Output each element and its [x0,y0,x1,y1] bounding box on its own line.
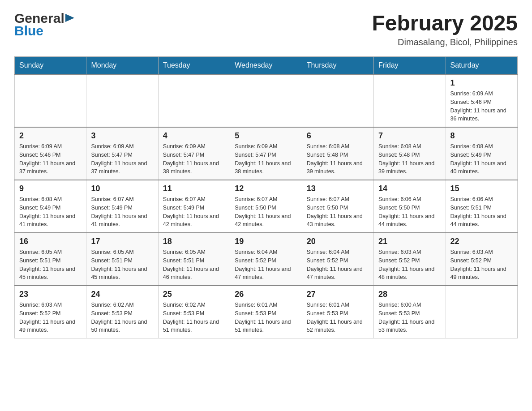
day-number: 20 [307,237,369,246]
title-section: February 2025 Dimasalang, Bicol, Philipp… [372,11,518,47]
day-info: Sunrise: 6:02 AM Sunset: 5:53 PM Dayligh… [91,301,153,334]
day-info: Sunrise: 6:09 AM Sunset: 5:47 PM Dayligh… [91,142,153,176]
day-info: Sunrise: 6:02 AM Sunset: 5:53 PM Dayligh… [163,301,225,334]
logo: General Blue [14,11,75,39]
calendar-cell: 11Sunrise: 6:07 AM Sunset: 5:49 PM Dayli… [158,180,230,233]
page-header: General Blue February 2025 Dimasalang, B… [14,11,518,47]
logo-container: General Blue [14,11,75,39]
calendar-title: February 2025 [372,11,518,35]
day-number: 28 [378,290,441,299]
day-info: Sunrise: 6:09 AM Sunset: 5:46 PM Dayligh… [19,142,82,176]
day-number: 8 [450,131,513,141]
day-number: 18 [163,237,225,246]
calendar-cell [302,74,373,127]
day-info: Sunrise: 6:08 AM Sunset: 5:49 PM Dayligh… [19,195,82,229]
day-number: 9 [19,184,82,193]
day-info: Sunrise: 6:01 AM Sunset: 5:53 PM Dayligh… [235,301,297,334]
day-number: 10 [91,184,153,193]
day-info: Sunrise: 6:08 AM Sunset: 5:49 PM Dayligh… [450,142,513,176]
day-number: 12 [235,184,297,193]
day-number: 25 [163,290,225,299]
calendar-cell: 8Sunrise: 6:08 AM Sunset: 5:49 PM Daylig… [446,127,517,180]
day-info: Sunrise: 6:07 AM Sunset: 5:49 PM Dayligh… [91,195,153,229]
day-info: Sunrise: 6:07 AM Sunset: 5:50 PM Dayligh… [235,195,297,229]
day-number: 4 [163,131,225,141]
day-info: Sunrise: 6:05 AM Sunset: 5:51 PM Dayligh… [19,248,82,282]
header-friday: Friday [374,57,446,75]
day-number: 15 [450,184,513,193]
calendar-cell: 27Sunrise: 6:01 AM Sunset: 5:53 PM Dayli… [302,286,373,338]
calendar-cell: 18Sunrise: 6:05 AM Sunset: 5:51 PM Dayli… [158,233,230,286]
day-number: 13 [307,184,369,193]
day-number: 23 [19,290,82,299]
day-info: Sunrise: 6:03 AM Sunset: 5:52 PM Dayligh… [450,248,513,282]
calendar-cell: 4Sunrise: 6:09 AM Sunset: 5:47 PM Daylig… [158,127,230,180]
week-row-2: 2Sunrise: 6:09 AM Sunset: 5:46 PM Daylig… [15,127,518,180]
day-number: 19 [235,237,297,246]
day-info: Sunrise: 6:05 AM Sunset: 5:51 PM Dayligh… [163,248,225,282]
day-number: 22 [450,237,513,246]
day-info: Sunrise: 6:09 AM Sunset: 5:47 PM Dayligh… [163,142,225,176]
day-info: Sunrise: 6:07 AM Sunset: 5:50 PM Dayligh… [307,195,369,229]
calendar-cell: 3Sunrise: 6:09 AM Sunset: 5:47 PM Daylig… [86,127,158,180]
day-number: 14 [378,184,441,193]
calendar-cell: 7Sunrise: 6:08 AM Sunset: 5:48 PM Daylig… [374,127,446,180]
calendar-cell: 26Sunrise: 6:01 AM Sunset: 5:53 PM Dayli… [230,286,302,338]
day-number: 11 [163,184,225,193]
header-wednesday: Wednesday [230,57,302,75]
day-info: Sunrise: 6:09 AM Sunset: 5:47 PM Dayligh… [235,142,297,176]
header-sunday: Sunday [15,57,86,75]
header-saturday: Saturday [446,57,517,75]
day-info: Sunrise: 6:07 AM Sunset: 5:49 PM Dayligh… [163,195,225,229]
day-number: 21 [378,237,441,246]
day-number: 27 [307,290,369,299]
calendar-cell [158,74,230,127]
day-number: 6 [307,131,369,141]
calendar-subtitle: Dimasalang, Bicol, Philippines [372,37,518,47]
day-number: 3 [91,131,153,141]
day-info: Sunrise: 6:01 AM Sunset: 5:53 PM Dayligh… [307,301,369,334]
day-info: Sunrise: 6:03 AM Sunset: 5:52 PM Dayligh… [19,301,82,334]
day-number: 7 [378,131,441,141]
calendar-cell [374,74,446,127]
weekday-header-row: Sunday Monday Tuesday Wednesday Thursday… [15,57,518,75]
day-number: 26 [235,290,297,299]
day-number: 5 [235,131,297,141]
calendar-cell: 19Sunrise: 6:04 AM Sunset: 5:52 PM Dayli… [230,233,302,286]
day-info: Sunrise: 6:04 AM Sunset: 5:52 PM Dayligh… [235,248,297,282]
day-info: Sunrise: 6:03 AM Sunset: 5:52 PM Dayligh… [378,248,441,282]
day-info: Sunrise: 6:08 AM Sunset: 5:48 PM Dayligh… [378,142,441,176]
header-tuesday: Tuesday [158,57,230,75]
day-info: Sunrise: 6:05 AM Sunset: 5:51 PM Dayligh… [91,248,153,282]
day-info: Sunrise: 6:04 AM Sunset: 5:52 PM Dayligh… [307,248,369,282]
calendar-cell: 16Sunrise: 6:05 AM Sunset: 5:51 PM Dayli… [15,233,86,286]
calendar-table: Sunday Monday Tuesday Wednesday Thursday… [14,56,518,338]
calendar-cell: 13Sunrise: 6:07 AM Sunset: 5:50 PM Dayli… [302,180,373,233]
day-info: Sunrise: 6:08 AM Sunset: 5:48 PM Dayligh… [307,142,369,176]
week-row-4: 16Sunrise: 6:05 AM Sunset: 5:51 PM Dayli… [15,233,518,286]
calendar-cell: 17Sunrise: 6:05 AM Sunset: 5:51 PM Dayli… [86,233,158,286]
week-row-1: 1Sunrise: 6:09 AM Sunset: 5:46 PM Daylig… [15,74,518,127]
day-number: 1 [450,78,513,88]
calendar-cell: 1Sunrise: 6:09 AM Sunset: 5:46 PM Daylig… [446,74,517,127]
calendar-cell: 15Sunrise: 6:06 AM Sunset: 5:51 PM Dayli… [446,180,517,233]
calendar-cell [15,74,86,127]
day-number: 16 [19,237,82,246]
day-info: Sunrise: 6:09 AM Sunset: 5:46 PM Dayligh… [450,90,513,123]
logo-blue-text: Blue [14,23,75,39]
calendar-cell: 6Sunrise: 6:08 AM Sunset: 5:48 PM Daylig… [302,127,373,180]
calendar-cell: 9Sunrise: 6:08 AM Sunset: 5:49 PM Daylig… [15,180,86,233]
day-info: Sunrise: 6:06 AM Sunset: 5:51 PM Dayligh… [450,195,513,229]
svg-marker-0 [65,14,74,22]
day-info: Sunrise: 6:00 AM Sunset: 5:53 PM Dayligh… [378,301,441,334]
calendar-cell: 24Sunrise: 6:02 AM Sunset: 5:53 PM Dayli… [86,286,158,338]
calendar-cell: 20Sunrise: 6:04 AM Sunset: 5:52 PM Dayli… [302,233,373,286]
header-monday: Monday [86,57,158,75]
calendar-cell: 21Sunrise: 6:03 AM Sunset: 5:52 PM Dayli… [374,233,446,286]
calendar-cell [230,74,302,127]
calendar-cell: 22Sunrise: 6:03 AM Sunset: 5:52 PM Dayli… [446,233,517,286]
calendar-cell: 5Sunrise: 6:09 AM Sunset: 5:47 PM Daylig… [230,127,302,180]
logo-triangle-icon [65,13,75,23]
calendar-cell: 28Sunrise: 6:00 AM Sunset: 5:53 PM Dayli… [374,286,446,338]
header-thursday: Thursday [302,57,373,75]
